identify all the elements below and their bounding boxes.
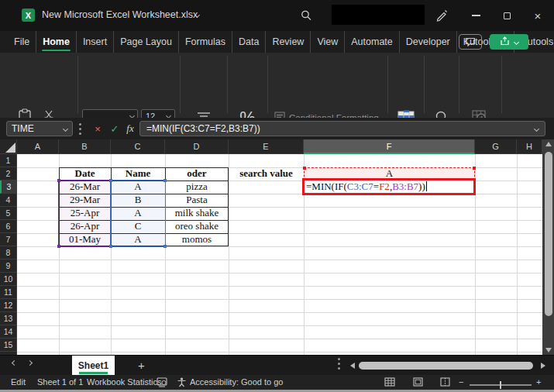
tab-page-layout[interactable]: Page Layou (113, 31, 178, 53)
sheet-tab-sheet1[interactable]: Sheet1 (72, 356, 115, 376)
row-header-9[interactable]: 9 (0, 260, 17, 273)
tab-insert[interactable]: Insert (76, 31, 113, 53)
hscroll-left-arrow-icon[interactable] (350, 363, 355, 369)
page-layout-view-icon[interactable] (413, 377, 423, 388)
cell-d3[interactable]: pizza (165, 181, 229, 194)
vertical-scrollbar-thumb[interactable] (545, 152, 552, 316)
row-header-2[interactable]: 2 (0, 167, 17, 181)
cell-c6[interactable]: C (111, 220, 165, 233)
enter-button[interactable]: ✓ (108, 122, 121, 135)
row-header-5[interactable]: 5 (0, 207, 17, 220)
scroll-up-arrow-icon[interactable] (545, 142, 552, 146)
tab-file[interactable]: File (8, 31, 36, 53)
row-header-3[interactable]: 3 (0, 181, 17, 194)
normal-view-icon[interactable] (384, 377, 395, 388)
excel-logo-icon: X (22, 9, 35, 22)
tab-automate[interactable]: Automate (344, 31, 399, 53)
cell-d7[interactable]: momos (165, 233, 229, 246)
column-header-h[interactable]: H (517, 139, 542, 154)
zoom-in-button[interactable]: + (536, 377, 541, 387)
add-sheet-button[interactable]: + (138, 359, 145, 372)
sheet-bar-options-icon[interactable] (338, 363, 340, 365)
accessibility-icon[interactable] (177, 377, 187, 389)
tab-data[interactable]: Data (232, 31, 265, 53)
row-header-13[interactable]: 13 (0, 312, 17, 325)
cancel-button[interactable]: × (91, 122, 104, 135)
cell-d4[interactable]: Pasta (165, 194, 229, 207)
workbook-statistics-button[interactable]: Workbook Statistics (87, 377, 161, 387)
formula-input[interactable]: =MIN(IF(C3:C7=F2,B3:B7)) (139, 121, 545, 136)
sheet-nav-right-icon[interactable] (27, 360, 33, 366)
cell-c5[interactable]: A (111, 207, 165, 220)
cell-d6[interactable]: oreo shake (165, 220, 229, 233)
comments-button[interactable] (459, 34, 482, 50)
column-header-a[interactable]: A (17, 139, 59, 154)
horizontal-scrollbar-thumb[interactable] (359, 362, 533, 370)
status-sheet-info[interactable]: Sheet 1 of 1 (37, 377, 83, 387)
zoom-slider-thumb[interactable] (500, 381, 501, 389)
column-header-c[interactable]: C (111, 139, 165, 154)
row-header-1[interactable]: 1 (0, 154, 17, 167)
cell-b3[interactable]: 26-Mar (59, 181, 111, 194)
draw-pen-icon[interactable] (435, 9, 449, 25)
status-mode: Edit (11, 377, 26, 387)
row-header-8[interactable]: 8 (0, 246, 17, 260)
redacted-account-area (332, 5, 425, 25)
row-header-11[interactable]: 11 (0, 286, 17, 299)
tab-review[interactable]: Review (265, 31, 310, 53)
maximize-button[interactable] (491, 0, 522, 31)
tab-developer[interactable]: Developer (399, 31, 456, 53)
cell-d2[interactable]: oder (165, 167, 229, 181)
row-header-6[interactable]: 6 (0, 220, 17, 233)
row-header-15[interactable]: 15 (0, 339, 17, 352)
tab-formulas[interactable]: Formulas (178, 31, 232, 53)
expand-formula-bar-chevron-icon[interactable] (534, 126, 539, 131)
sheet-nav-left-icon[interactable] (12, 360, 17, 366)
column-header-e[interactable]: E (229, 139, 304, 154)
cell-e2[interactable]: search value (229, 167, 304, 181)
cell-c2[interactable]: Name (111, 167, 165, 181)
column-header-f[interactable]: F (304, 139, 475, 154)
row-header-14[interactable]: 14 (0, 325, 17, 339)
column-header-d[interactable]: D (165, 139, 229, 154)
hscroll-right-arrow-icon[interactable] (541, 363, 545, 369)
formula-ref-blue: C3:C7 (347, 181, 373, 192)
tab-view[interactable]: View (310, 31, 344, 53)
row-header-12[interactable]: 12 (0, 299, 17, 312)
formula-bar-grip-icon[interactable] (79, 128, 81, 130)
tab-home[interactable]: Home (36, 31, 76, 53)
row-header-4[interactable]: 4 (0, 194, 17, 207)
cell-b5[interactable]: 25-Apr (59, 207, 111, 220)
select-all-corner[interactable] (0, 139, 17, 154)
cell-b7[interactable]: 01-May (59, 233, 111, 246)
formula-part: )) (418, 181, 425, 192)
cell-d5[interactable]: milk shake (165, 207, 229, 220)
formula-bar: TIME × ✓ fx =MIN(IF(C3:C7=F2,B3:B7)) (0, 118, 554, 139)
cell-b6[interactable]: 26-Apr (59, 220, 111, 233)
row-header-7[interactable]: 7 (0, 233, 17, 246)
cell-c4[interactable]: B (111, 194, 165, 207)
cell-c7[interactable]: A (111, 233, 165, 246)
column-header-g[interactable]: G (475, 139, 517, 154)
search-icon[interactable] (300, 9, 312, 25)
cell-c3[interactable]: A (111, 181, 165, 194)
zoom-out-button[interactable]: − (459, 377, 463, 387)
minimize-button[interactable] (460, 0, 491, 31)
cell-f3-formula[interactable]: =MIN(IF(C3:C7=F2,B3:B7)) (306, 181, 475, 194)
insert-function-button[interactable]: fx (124, 122, 136, 135)
workbook-title: New Microsoft Excel Worksheet.xlsx (42, 9, 198, 20)
column-header-b[interactable]: B (59, 139, 111, 154)
cell-b2[interactable]: Date (59, 167, 111, 181)
accessibility-status[interactable]: Accessibility: Good to go (190, 377, 283, 387)
cell-b4[interactable]: 29-Mar (59, 194, 111, 207)
name-box[interactable]: TIME (6, 121, 73, 136)
camera-icon[interactable] (157, 377, 168, 389)
status-bar: Edit Sheet 1 of 1 Workbook Statistics Ac… (0, 375, 554, 390)
name-box-chevron-icon (63, 126, 68, 131)
scroll-down-arrow-icon[interactable] (545, 348, 552, 352)
share-button[interactable] (490, 34, 528, 50)
row-header-10[interactable]: 10 (0, 273, 17, 286)
close-button[interactable]: × (522, 0, 553, 31)
titlebar: X New Microsoft Excel Worksheet.xlsx × (0, 0, 554, 31)
page-break-preview-icon[interactable] (440, 377, 450, 388)
